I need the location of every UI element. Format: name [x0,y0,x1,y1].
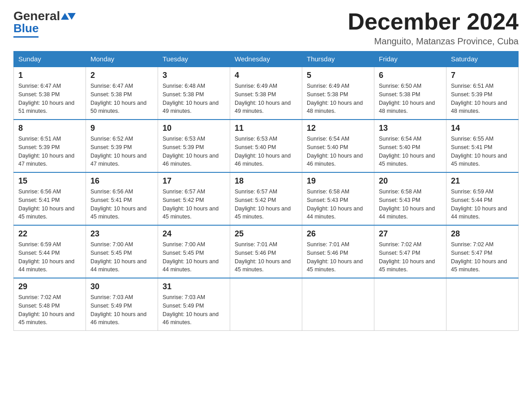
calendar-header-tuesday: Tuesday [158,51,230,67]
calendar-cell: 19 Sunrise: 6:58 AM Sunset: 5:43 PM Dayl… [302,172,374,225]
sunrise-label: Sunrise: 6:56 AM [90,188,133,195]
calendar-cell: 14 Sunrise: 6:55 AM Sunset: 5:41 PM Dayl… [446,120,519,172]
sunrise-label: Sunrise: 6:56 AM [18,188,61,195]
sunset-label: Sunset: 5:46 PM [235,250,276,256]
day-info: Sunrise: 7:02 AM Sunset: 5:47 PM Dayligh… [379,240,442,274]
day-number: 10 [163,124,225,133]
sunset-label: Sunset: 5:38 PM [235,91,276,98]
sunset-label: Sunset: 5:39 PM [90,144,132,150]
sunrise-label: Sunrise: 6:59 AM [451,188,493,195]
calendar-week-row: 8 Sunrise: 6:51 AM Sunset: 5:39 PM Dayli… [14,120,519,172]
sunrise-label: Sunrise: 7:00 AM [163,241,205,248]
day-number: 21 [451,176,514,186]
sunrise-label: Sunrise: 6:57 AM [235,188,277,195]
calendar-cell: 7 Sunrise: 6:51 AM Sunset: 5:39 PM Dayli… [446,67,519,120]
calendar-cell: 2 Sunrise: 6:47 AM Sunset: 5:38 PM Dayli… [86,67,158,120]
sunset-label: Sunset: 5:38 PM [307,91,348,98]
calendar-cell: 27 Sunrise: 7:02 AM Sunset: 5:47 PM Dayl… [374,225,446,278]
sunset-label: Sunset: 5:38 PM [379,91,420,98]
day-number: 2 [90,71,153,80]
day-number: 27 [379,229,442,239]
calendar-cell: 26 Sunrise: 7:01 AM Sunset: 5:46 PM Dayl… [302,225,374,278]
sunset-label: Sunset: 5:39 PM [163,144,204,150]
calendar-cell: 11 Sunrise: 6:53 AM Sunset: 5:40 PM Dayl… [230,120,302,172]
day-info: Sunrise: 6:55 AM Sunset: 5:41 PM Dayligh… [451,135,514,168]
sunrise-label: Sunrise: 6:53 AM [235,136,277,142]
day-number: 5 [307,71,369,80]
sunrise-label: Sunrise: 6:47 AM [18,83,61,89]
daylight-label: Daylight: 10 hours and 46 minutes. [163,311,219,326]
calendar-cell: 21 Sunrise: 6:59 AM Sunset: 5:44 PM Dayl… [446,172,519,225]
day-info: Sunrise: 7:01 AM Sunset: 5:46 PM Dayligh… [235,240,297,274]
sunset-label: Sunset: 5:41 PM [451,144,492,150]
daylight-label: Daylight: 10 hours and 46 minutes. [163,153,219,167]
day-info: Sunrise: 6:50 AM Sunset: 5:38 PM Dayligh… [379,82,442,116]
sunrise-label: Sunrise: 6:52 AM [90,136,133,142]
daylight-label: Daylight: 10 hours and 44 minutes. [163,258,219,273]
day-number: 19 [307,176,369,186]
sunrise-label: Sunrise: 7:00 AM [90,241,133,248]
sunset-label: Sunset: 5:46 PM [307,250,348,256]
day-info: Sunrise: 6:51 AM Sunset: 5:39 PM Dayligh… [451,82,514,116]
day-number: 11 [235,124,297,133]
day-info: Sunrise: 6:47 AM Sunset: 5:38 PM Dayligh… [18,82,81,116]
calendar-cell: 8 Sunrise: 6:51 AM Sunset: 5:39 PM Dayli… [14,120,86,172]
calendar-cell: 22 Sunrise: 6:59 AM Sunset: 5:44 PM Dayl… [14,225,86,278]
day-number: 28 [451,229,514,239]
calendar-cell: 20 Sunrise: 6:58 AM Sunset: 5:43 PM Dayl… [374,172,446,225]
calendar-cell: 28 Sunrise: 7:02 AM Sunset: 5:47 PM Dayl… [446,225,519,278]
day-number: 24 [163,229,225,239]
calendar-header-saturday: Saturday [446,51,519,67]
day-info: Sunrise: 6:58 AM Sunset: 5:43 PM Dayligh… [307,188,369,221]
daylight-label: Daylight: 10 hours and 45 minutes. [307,258,363,273]
calendar-cell [374,278,446,331]
sunrise-label: Sunrise: 6:58 AM [307,188,349,195]
daylight-label: Daylight: 10 hours and 51 minutes. [18,100,74,115]
sunset-label: Sunset: 5:47 PM [451,250,492,256]
sunrise-label: Sunrise: 7:02 AM [379,241,421,248]
day-info: Sunrise: 6:59 AM Sunset: 5:44 PM Dayligh… [18,240,81,274]
sunset-label: Sunset: 5:40 PM [379,144,420,150]
sunrise-label: Sunrise: 6:49 AM [307,83,349,89]
day-number: 16 [90,176,153,186]
daylight-label: Daylight: 10 hours and 45 minutes. [235,258,291,273]
location-subtitle: Manguito, Matanzas Province, Cuba [348,36,519,47]
sunrise-label: Sunrise: 6:53 AM [163,136,205,142]
sunrise-label: Sunrise: 6:51 AM [451,83,493,89]
daylight-label: Daylight: 10 hours and 44 minutes. [90,258,146,273]
day-number: 1 [18,71,81,80]
calendar-cell: 1 Sunrise: 6:47 AM Sunset: 5:38 PM Dayli… [14,67,86,120]
day-info: Sunrise: 6:49 AM Sunset: 5:38 PM Dayligh… [307,82,369,116]
calendar-cell [230,278,302,331]
sunset-label: Sunset: 5:38 PM [18,91,60,98]
day-info: Sunrise: 7:01 AM Sunset: 5:46 PM Dayligh… [307,240,369,274]
sunrise-label: Sunrise: 6:59 AM [18,241,61,248]
calendar-week-row: 15 Sunrise: 6:56 AM Sunset: 5:41 PM Dayl… [14,172,519,225]
calendar-cell: 13 Sunrise: 6:54 AM Sunset: 5:40 PM Dayl… [374,120,446,172]
day-info: Sunrise: 6:52 AM Sunset: 5:39 PM Dayligh… [90,135,153,168]
logo-blue-text: Blue [13,21,39,35]
sunrise-label: Sunrise: 7:02 AM [18,294,61,300]
sunrise-label: Sunrise: 7:01 AM [307,241,349,248]
day-number: 30 [90,282,153,291]
calendar-cell: 30 Sunrise: 7:03 AM Sunset: 5:49 PM Dayl… [86,278,158,331]
calendar-cell: 4 Sunrise: 6:49 AM Sunset: 5:38 PM Dayli… [230,67,302,120]
calendar-cell: 5 Sunrise: 6:49 AM Sunset: 5:38 PM Dayli… [302,67,374,120]
daylight-label: Daylight: 10 hours and 46 minutes. [307,153,363,167]
page-header: General Blue December 2024 Manguito, Mat… [13,9,519,47]
sunset-label: Sunset: 5:49 PM [90,303,132,309]
daylight-label: Daylight: 10 hours and 49 minutes. [163,100,219,115]
sunset-label: Sunset: 5:49 PM [163,303,204,309]
sunset-label: Sunset: 5:43 PM [307,197,348,203]
calendar-cell: 9 Sunrise: 6:52 AM Sunset: 5:39 PM Dayli… [86,120,158,172]
calendar-header-friday: Friday [374,51,446,67]
day-number: 13 [379,124,442,133]
day-info: Sunrise: 6:56 AM Sunset: 5:41 PM Dayligh… [18,188,81,221]
calendar-cell: 23 Sunrise: 7:00 AM Sunset: 5:45 PM Dayl… [86,225,158,278]
sunset-label: Sunset: 5:42 PM [163,197,204,203]
calendar-header-monday: Monday [86,51,158,67]
day-number: 7 [451,71,514,80]
day-number: 29 [18,282,81,291]
daylight-label: Daylight: 10 hours and 45 minutes. [379,153,435,167]
day-number: 17 [163,176,225,186]
